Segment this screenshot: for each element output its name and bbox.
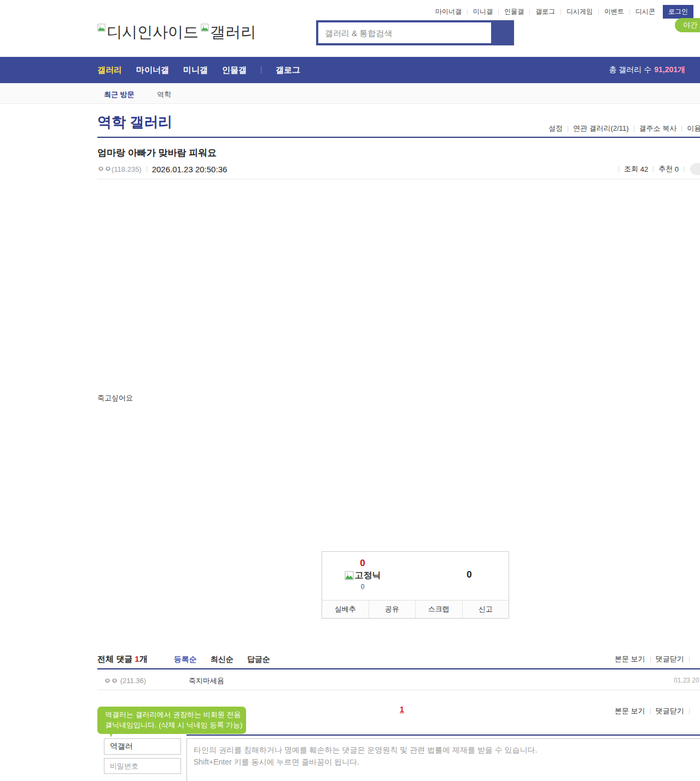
tooltip-line2: 갤닉네임입니다. (삭제 시 닉네임 등록 가능): [105, 720, 246, 730]
divider: [598, 9, 599, 15]
settings-link[interactable]: 설정: [549, 124, 563, 133]
divider: [97, 179, 700, 179]
search-box: [316, 20, 514, 45]
post-body-text: 죽고싶어요: [97, 393, 133, 403]
comment-timestamp: 01.23 20: [674, 677, 699, 684]
upvote-count: 0: [337, 558, 388, 569]
search-input[interactable]: [318, 22, 491, 43]
divider: [689, 656, 690, 662]
total-gallery-number: 91,201개: [654, 65, 685, 75]
divider: [467, 9, 468, 15]
comment-author-ip: (211.36): [120, 677, 146, 685]
nav-person-gallery[interactable]: 인물갤: [222, 65, 247, 75]
breadcrumb: 최근 방문 역학: [0, 83, 700, 104]
sort-registered[interactable]: 등록순: [174, 655, 197, 665]
post-meta: ㅇㅇ (118.235) 2026.01.23 20:50:36 조회 42 추…: [97, 162, 700, 176]
divider: [261, 66, 261, 74]
report-button[interactable]: 신고: [462, 601, 509, 618]
divider: [619, 166, 619, 172]
top-link-mini-gallery[interactable]: 미니갤: [472, 7, 494, 16]
divider: [650, 656, 651, 662]
login-button[interactable]: 로그인: [663, 5, 693, 19]
comments-count: 1: [135, 654, 139, 663]
logo-text-gallery: 갤러리: [210, 22, 256, 43]
divider: [634, 126, 634, 132]
downvote-count: 0: [458, 569, 481, 580]
recommend-count: 0: [675, 165, 679, 173]
top-link-event[interactable]: 이벤트: [603, 7, 625, 16]
top-link-dccon[interactable]: 디시콘: [634, 7, 656, 16]
related-galleries-link[interactable]: 연관 갤러리(2/11): [573, 124, 629, 133]
silbechu-button[interactable]: 실베추: [322, 601, 369, 618]
top-link-person-gallery[interactable]: 인물갤: [503, 7, 525, 16]
broken-image-icon: [97, 24, 106, 32]
views-label: 조회: [624, 164, 638, 174]
top-link-minor-gallery[interactable]: 마이너갤: [434, 7, 463, 16]
divider: [561, 9, 561, 15]
nav-mini-gallery[interactable]: 미니갤: [183, 65, 208, 75]
view-post-button[interactable]: 본문 보기: [615, 654, 645, 664]
comment-row: ㅇㅇ (211.36) 죽지마세욤 01.23 20: [97, 669, 700, 690]
divider: [684, 166, 684, 172]
upvote-sub-count: 0: [337, 583, 388, 591]
comment-text: 죽지마세욤: [189, 676, 224, 686]
sort-replies[interactable]: 답글순: [247, 655, 270, 665]
divider: [650, 708, 651, 714]
recommend-label: 추천: [658, 164, 673, 174]
vote-box: 0 고정닉 0 0 실베추 공유 스크랩 신고: [322, 551, 509, 619]
broken-image-icon: [345, 571, 354, 580]
toggle-pill[interactable]: [690, 163, 700, 175]
logo-text-dcinside: 디시인사이드: [107, 22, 199, 43]
top-link-gallog[interactable]: 갤로그: [534, 7, 556, 16]
total-gallery-count: 총 갤러리 수 91,201개: [609, 57, 685, 83]
post-title: 엄마랑 아빠가 맞바람 피워요: [97, 147, 217, 159]
comment-nickname-input[interactable]: [104, 738, 181, 755]
scrap-button[interactable]: 스크랩: [415, 601, 462, 618]
upvote-area: 0 고정닉 0: [337, 558, 388, 591]
post-author[interactable]: ㅇㅇ: [97, 164, 112, 174]
site-logo[interactable]: 디시인사이드 갤러리: [97, 22, 256, 43]
nav-gallog[interactable]: 갤로그: [276, 65, 300, 75]
divider: [653, 166, 654, 172]
divider: [498, 9, 499, 15]
nav-gallery[interactable]: 갤러리: [97, 65, 122, 75]
divider: [147, 166, 147, 172]
close-comments-button[interactable]: 댓글닫기: [656, 706, 684, 716]
comment-password-input[interactable]: [104, 758, 181, 774]
view-post-button[interactable]: 본문 보기: [615, 706, 645, 716]
comments-actions-bottom: 본문 보기 댓글닫기: [615, 706, 695, 716]
close-comments-button[interactable]: 댓글닫기: [656, 654, 684, 664]
comments-header: 전체 댓글 1개 등록순 최신순 답글순: [97, 654, 270, 665]
divider: [529, 9, 530, 15]
search-button[interactable]: [491, 22, 512, 43]
recent-visit-button[interactable]: 최근 방문: [104, 90, 135, 100]
sort-newest[interactable]: 최신순: [211, 655, 234, 665]
nav-minor-gallery[interactable]: 마이너갤: [136, 65, 169, 75]
post-datetime: 2026.01.23 20:50:36: [152, 165, 228, 174]
top-link-dcgame[interactable]: 디시게임: [565, 7, 594, 16]
comment-textarea[interactable]: [186, 738, 700, 781]
divider: [97, 137, 700, 138]
usage-guide-link[interactable]: 이용안내: [687, 124, 700, 133]
main-navbar: 갤러리 마이너갤 미니갤 인물갤 갤로그 총 갤러리 수 91,201개: [0, 57, 700, 83]
comment-author[interactable]: ㅇㅇ: [104, 677, 118, 685]
copy-gallery-url-link[interactable]: 갤주소 복사: [639, 124, 677, 133]
divider: [629, 9, 630, 15]
pagination-page-1[interactable]: 1: [400, 705, 404, 714]
divider: [568, 126, 568, 132]
share-button[interactable]: 공유: [369, 601, 416, 618]
divider: [186, 735, 700, 736]
breadcrumb-current-gallery[interactable]: 역학: [157, 90, 171, 100]
gallery-actions: 설정 연관 갤러리(2/11) 갤주소 복사 이용안내: [549, 124, 700, 133]
divider: [689, 708, 690, 714]
views-count: 42: [640, 165, 648, 173]
nickname-tooltip: 역갤러는 갤러리에서 권장하는 비회원 전용 갤닉네임입니다. (삭제 시 닉네…: [97, 707, 246, 734]
vote-button-bar: 실베추 공유 스크랩 신고: [322, 600, 509, 618]
night-mode-toggle[interactable]: 야간 모드: [675, 18, 700, 32]
tooltip-tail: [107, 727, 115, 737]
divider: [681, 126, 682, 132]
fixed-nick-label: 고정닉: [355, 570, 381, 581]
page-title[interactable]: 역학 갤러리: [97, 113, 172, 132]
post-author-ip: (118.235): [112, 165, 142, 173]
broken-image-icon: [201, 24, 209, 32]
